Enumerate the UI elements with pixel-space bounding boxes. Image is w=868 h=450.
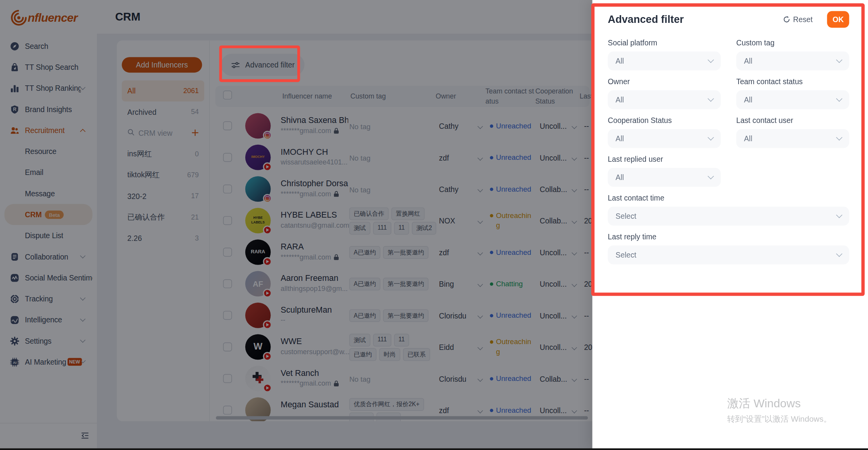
highlight-box-advanced-filter-button	[219, 45, 300, 82]
highlight-box-advanced-filter-panel	[591, 3, 865, 296]
watermark-line2: 转到“设置”以激活 Windows。	[727, 414, 831, 424]
taskbar-edge	[0, 448, 868, 450]
app-window: nfluencer SearchTT Shop SearchTT Shop Ra…	[0, 0, 868, 450]
windows-activation-watermark: 激活 Windows 转到“设置”以激活 Windows。	[727, 396, 831, 424]
watermark-line1: 激活 Windows	[727, 396, 831, 411]
